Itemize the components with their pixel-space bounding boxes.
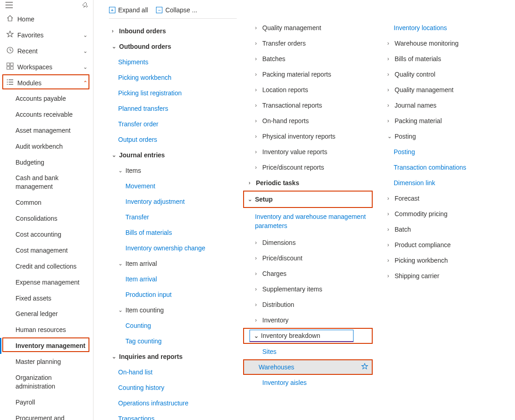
tree-node[interactable]: ›Forecast bbox=[383, 191, 508, 206]
tree-link[interactable]: Movement bbox=[107, 178, 237, 194]
module-item[interactable]: Cash and bank management bbox=[0, 170, 93, 195]
module-item[interactable]: Procurement and sourcing bbox=[0, 410, 93, 420]
tree-link[interactable]: Output orders bbox=[107, 132, 237, 147]
tree-link[interactable]: Item arrival bbox=[107, 271, 237, 287]
tree-journal-entries[interactable]: ⌄ Journal entries bbox=[107, 147, 237, 163]
tree-node[interactable]: ›Batches bbox=[244, 51, 375, 67]
tree-node[interactable]: ›On-hand reports bbox=[244, 113, 375, 129]
tree-link[interactable]: Tag counting bbox=[107, 333, 237, 349]
nav-home[interactable]: Home bbox=[0, 11, 93, 27]
nav-recent[interactable]: Recent ⌄ bbox=[0, 43, 93, 59]
tree-node[interactable]: ›Dimensions bbox=[244, 235, 375, 250]
tree-node[interactable]: ›Packing material reports bbox=[244, 67, 375, 82]
module-item[interactable]: Budgeting bbox=[0, 155, 93, 171]
tree-item-arrival[interactable]: ⌄ Item arrival bbox=[107, 256, 237, 271]
tree-items[interactable]: ⌄ Items bbox=[107, 163, 237, 178]
tree-node[interactable]: ›Charges bbox=[244, 266, 375, 281]
tree-node[interactable]: ›Quality control bbox=[383, 67, 508, 82]
tree-inbound-orders[interactable]: › Inbound orders bbox=[107, 23, 237, 39]
tree-link[interactable]: Operations infrastructure bbox=[107, 395, 237, 411]
tree-node[interactable]: ›Price/discount reports bbox=[244, 160, 375, 175]
module-item[interactable]: Inventory management bbox=[0, 338, 93, 354]
tree-node[interactable]: ›Inventory bbox=[244, 312, 375, 328]
link-label: Bills of materials bbox=[125, 229, 172, 236]
module-item[interactable]: Cost management bbox=[0, 243, 93, 259]
tree-inquiries[interactable]: ⌄ Inquiries and reports bbox=[107, 349, 237, 364]
tree-node[interactable]: ›Transactional reports bbox=[244, 98, 375, 113]
module-item[interactable]: General ledger bbox=[0, 306, 93, 322]
nav-favorites[interactable]: Favorites ⌄ bbox=[0, 27, 93, 43]
tree-node[interactable]: ›Quality management bbox=[244, 20, 375, 36]
tree-link[interactable]: Transactions bbox=[107, 411, 237, 420]
link-inventory-warehouse-params[interactable]: Inventory and warehouse management param… bbox=[244, 208, 375, 235]
tree-link[interactable]: Transfer order bbox=[107, 116, 237, 132]
tree-link[interactable]: Transfer bbox=[107, 209, 237, 225]
clock-icon bbox=[6, 47, 16, 55]
tree-posting[interactable]: ⌄ Posting bbox=[383, 129, 508, 144]
module-item[interactable]: Accounts payable bbox=[0, 91, 93, 107]
tree-node[interactable]: ›Distribution bbox=[244, 297, 375, 312]
tree-node[interactable]: ›Journal names bbox=[383, 98, 508, 113]
module-item[interactable]: Cost accounting bbox=[0, 227, 93, 243]
tree-setup[interactable]: ⌄ Setup bbox=[244, 192, 372, 207]
module-item[interactable]: Human resources bbox=[0, 322, 93, 338]
tree-node[interactable]: ›Warehouse monitoring bbox=[383, 36, 508, 51]
tree-node[interactable]: ›Packing material bbox=[383, 113, 508, 129]
module-item[interactable]: Fixed assets bbox=[0, 290, 93, 306]
tree-node[interactable]: ›Supplementary items bbox=[244, 281, 375, 297]
tree-node[interactable]: ›Inventory value reports bbox=[244, 144, 375, 160]
link-sites[interactable]: Sites bbox=[244, 344, 375, 359]
tree-link[interactable]: On-hand list bbox=[107, 364, 237, 380]
hamburger-icon[interactable] bbox=[5, 2, 13, 10]
module-item[interactable]: Master planning bbox=[0, 354, 93, 370]
module-item[interactable]: Accounts receivable bbox=[0, 107, 93, 123]
tree-link[interactable]: Counting history bbox=[107, 380, 237, 395]
tree-link[interactable]: Inventory adjustment bbox=[107, 194, 237, 209]
tree-item-counting[interactable]: ⌄ Item counting bbox=[107, 302, 237, 318]
link-inventory-locations[interactable]: Inventory locations bbox=[383, 20, 508, 36]
tree-node[interactable]: ›Transfer orders bbox=[244, 36, 375, 51]
tree-link[interactable]: Shipments bbox=[107, 54, 237, 70]
tree-link[interactable]: Production input bbox=[107, 287, 237, 302]
link-warehouses[interactable]: Warehouses bbox=[243, 359, 373, 375]
tree-link[interactable]: Bills of materials bbox=[107, 225, 237, 240]
favorite-star-icon[interactable] bbox=[361, 363, 368, 371]
tree-outbound-orders[interactable]: ⌄ Outbound orders bbox=[107, 39, 237, 54]
tree-label: Inquiries and reports bbox=[119, 353, 182, 360]
tree-link[interactable]: Posting bbox=[383, 144, 508, 160]
module-item[interactable]: Audit workbench bbox=[0, 139, 93, 155]
tree-link[interactable]: Counting bbox=[107, 318, 237, 333]
chevron-right-icon: › bbox=[255, 56, 262, 62]
tree-node[interactable]: ›Picking workbench bbox=[383, 253, 508, 268]
link-inventory-aisles[interactable]: Inventory aisles bbox=[244, 375, 375, 390]
pin-icon[interactable] bbox=[82, 2, 88, 10]
tree-node[interactable]: ›Batch bbox=[383, 222, 508, 237]
tree-link[interactable]: Dimension link bbox=[383, 175, 508, 191]
module-item[interactable]: Consolidations bbox=[0, 211, 93, 227]
tree-node[interactable]: ›Shipping carrier bbox=[383, 268, 508, 284]
tree-link[interactable]: Inventory ownership change bbox=[107, 240, 237, 256]
tree-node[interactable]: ›Bills of materials bbox=[383, 51, 508, 67]
collapse-all-button[interactable]: − Collapse ... bbox=[156, 6, 197, 14]
tree-link[interactable]: Planned transfers bbox=[107, 101, 237, 116]
tree-link[interactable]: Picking list registration bbox=[107, 85, 237, 101]
tree-inventory-breakdown[interactable]: ⌄ Inventory breakdown bbox=[250, 330, 354, 342]
module-item[interactable]: Payroll bbox=[0, 394, 93, 410]
tree-node[interactable]: ›Quality management bbox=[383, 82, 508, 98]
expand-all-button[interactable]: + Expand all bbox=[109, 6, 148, 14]
nav-workspaces[interactable]: Workspaces ⌄ bbox=[0, 59, 93, 75]
module-item[interactable]: Common bbox=[0, 195, 93, 211]
module-item[interactable]: Credit and collections bbox=[0, 259, 93, 275]
module-item[interactable]: Asset management bbox=[0, 123, 93, 139]
tree-periodic-tasks[interactable]: › Periodic tasks bbox=[244, 175, 375, 191]
module-item[interactable]: Expense management bbox=[0, 275, 93, 290]
tree-node[interactable]: ›Price/discount bbox=[244, 250, 375, 266]
tree-link[interactable]: Transaction combinations bbox=[383, 160, 508, 175]
tree-node[interactable]: ›Location reports bbox=[244, 82, 375, 98]
tree-link[interactable]: Picking workbench bbox=[107, 70, 237, 85]
tree-node[interactable]: ›Physical inventory reports bbox=[244, 129, 375, 144]
module-item[interactable]: Organization administration bbox=[0, 370, 93, 394]
tree-node[interactable]: ›Commodity pricing bbox=[383, 206, 508, 222]
tree-node[interactable]: ›Product compliance bbox=[383, 237, 508, 253]
nav-modules[interactable]: Modules ⌃ bbox=[0, 75, 93, 91]
